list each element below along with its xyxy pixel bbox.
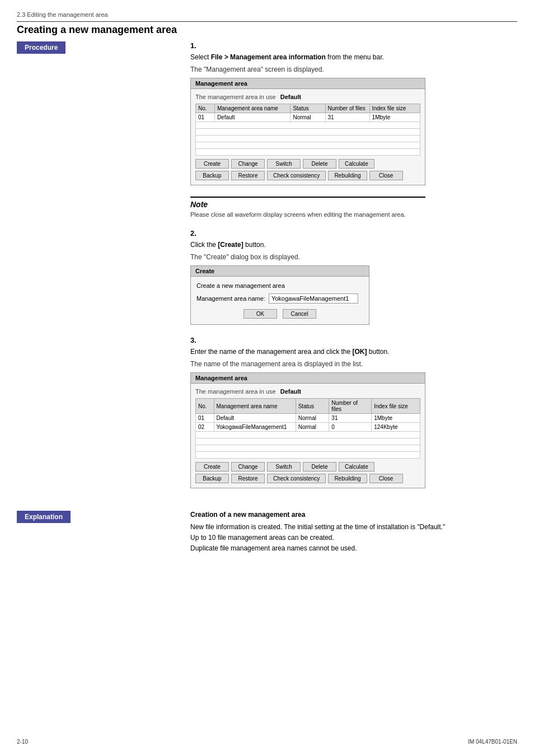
dialog-1-in-use-value: Default xyxy=(280,94,301,100)
create-dialog-buttons: OK Cancel xyxy=(196,309,363,319)
delete-button-1[interactable]: Delete xyxy=(303,159,336,169)
dialog-1-buttons-row2: Backup Restore Check consistency Rebuild… xyxy=(195,171,420,180)
explanation-para-2: Up to 10 file management areas can be cr… xyxy=(190,533,445,543)
procedure-badge: Procedure xyxy=(17,41,65,54)
calculate-button-2[interactable]: Calculate xyxy=(339,462,374,472)
switch-button-2[interactable]: Switch xyxy=(267,462,301,472)
step-2: 2. Click the [Create] button. The "Creat… xyxy=(190,229,425,325)
row1-name: Default xyxy=(214,113,291,122)
rebuilding-button-2[interactable]: Rebuilding xyxy=(328,474,367,483)
close-button-2[interactable]: Close xyxy=(369,474,403,483)
create-field-label: Management area name: xyxy=(196,295,265,302)
explanation-para-1: New file information is created. The ini… xyxy=(190,522,445,533)
create-dialog: Create Create a new management area Mana… xyxy=(190,265,369,325)
step-3-sub: The name of the management area is displ… xyxy=(190,360,425,368)
page-footer: 2-10 IM 04L47B01-01EN xyxy=(17,739,517,745)
th-name-2: Management area name xyxy=(214,399,296,414)
step-2-instruction: Click the [Create] button. xyxy=(190,240,425,250)
create-field-row: Management area name: xyxy=(196,293,363,304)
th-status-1: Status xyxy=(291,104,325,113)
row1-size: 1Mbyte xyxy=(369,113,420,122)
page-title: Creating a new management area xyxy=(17,24,517,36)
d2-row1-no: 01 xyxy=(196,414,214,423)
step-1: 1. Select File > Management area informa… xyxy=(190,41,425,185)
d2-row2-files: 0 xyxy=(329,423,372,432)
dialog-1-in-use-label: The management area in use xyxy=(195,94,276,100)
d2-row1-name: Default xyxy=(214,414,296,423)
ok-button[interactable]: OK xyxy=(243,309,277,319)
dialog-2-table: No. Management area name Status Number o… xyxy=(195,398,420,459)
create-button-1[interactable]: Create xyxy=(195,159,229,169)
explanation-title: Creation of a new management area xyxy=(190,511,445,519)
restore-button-1[interactable]: Restore xyxy=(231,171,265,180)
explanation-badge: Explanation xyxy=(17,511,71,523)
dialog-2-in-use-value: Default xyxy=(280,388,301,395)
create-button-2[interactable]: Create xyxy=(195,462,229,472)
cancel-button[interactable]: Cancel xyxy=(283,309,316,319)
d2-row2-no: 02 xyxy=(196,423,214,432)
dialog-1-buttons-row1: Create Change Switch Delete Calculate xyxy=(195,159,420,169)
management-area-dialog-2: Management area The management area in u… xyxy=(190,372,425,488)
note-box: Note Please close all waveform display s… xyxy=(190,197,425,218)
th-status-2: Status xyxy=(296,399,329,414)
note-text: Please close all waveform display screen… xyxy=(190,211,425,218)
th-size-1: Index file size xyxy=(369,104,420,113)
note-title: Note xyxy=(190,200,425,209)
explanation-para-3: Duplicate file management area names can… xyxy=(190,543,445,554)
check-consistency-button-2[interactable]: Check consistency xyxy=(267,474,326,483)
row1-files: 31 xyxy=(325,113,369,122)
dialog-2-titlebar: Management area xyxy=(191,373,425,384)
th-no-2: No. xyxy=(196,399,214,414)
dialog-2-in-use-label: The management area in use xyxy=(195,388,276,395)
delete-button-2[interactable]: Delete xyxy=(303,462,336,472)
change-button-2[interactable]: Change xyxy=(231,462,265,472)
table-row: 02 YokogawaFileManagement1 Normal 0 124K… xyxy=(196,423,420,432)
section-title: 2.3 Editing the management area xyxy=(17,11,517,18)
step-3-number: 3. xyxy=(190,336,425,344)
backup-button-1[interactable]: Backup xyxy=(195,171,229,180)
d2-row2-status: Normal xyxy=(296,423,329,432)
step-1-number: 1. xyxy=(190,41,425,50)
footer-page-number: 2-10 xyxy=(17,739,28,745)
th-files-2: Number of files xyxy=(329,399,372,414)
d2-row1-status: Normal xyxy=(296,414,329,423)
calculate-button-1[interactable]: Calculate xyxy=(339,159,374,169)
create-dialog-title: Create xyxy=(195,268,214,274)
dialog-2-info: The management area in use Default xyxy=(195,388,420,395)
d2-row2-name: YokogawaFileManagement1 xyxy=(214,423,296,432)
rebuilding-button-1[interactable]: Rebuilding xyxy=(328,171,367,180)
step-1-instruction: Select File > Management area informatio… xyxy=(190,52,425,62)
dialog-1-titlebar: Management area xyxy=(191,78,425,89)
dialog-1-body: The management area in use Default No. M… xyxy=(191,89,425,185)
create-subtitle: Create a new management area xyxy=(196,282,363,289)
d2-row1-files: 31 xyxy=(329,414,372,423)
footer-doc-id: IM 04L47B01-01EN xyxy=(468,739,517,745)
row1-status: Normal xyxy=(291,113,325,122)
explanation-section: Explanation Creation of a new management… xyxy=(17,511,517,554)
th-no-1: No. xyxy=(196,104,215,113)
step-2-sub: The "Create" dialog box is displayed. xyxy=(190,253,425,261)
backup-button-2[interactable]: Backup xyxy=(195,474,229,483)
management-area-dialog-1: Management area The management area in u… xyxy=(190,78,425,185)
th-files-1: Number of files xyxy=(325,104,369,113)
restore-button-2[interactable]: Restore xyxy=(231,474,265,483)
step-1-sub: The "Management area" screen is displaye… xyxy=(190,66,425,73)
dialog-2-buttons-row1: Create Change Switch Delete Calculate xyxy=(195,462,420,472)
create-dialog-body: Create a new management area Management … xyxy=(191,277,369,324)
step-3: 3. Enter the name of the management area… xyxy=(190,336,425,488)
th-size-2: Index file size xyxy=(372,399,420,414)
change-button-1[interactable]: Change xyxy=(231,159,265,169)
dialog-2-body: The management area in use Default No. M… xyxy=(191,384,425,488)
dialog-1-table: No. Management area name Status Number o… xyxy=(195,104,420,156)
close-button-1[interactable]: Close xyxy=(369,171,403,180)
dialog-1-info: The management area in use Default xyxy=(195,94,420,100)
check-consistency-button-1[interactable]: Check consistency xyxy=(267,171,326,180)
create-dialog-titlebar: Create xyxy=(191,266,369,277)
row1-no: 01 xyxy=(196,113,215,122)
step-3-instruction: Enter the name of the management area an… xyxy=(190,347,425,357)
management-area-name-input[interactable] xyxy=(269,293,358,304)
step-2-number: 2. xyxy=(190,229,425,237)
th-name-1: Management area name xyxy=(214,104,291,113)
switch-button-1[interactable]: Switch xyxy=(267,159,301,169)
d2-row1-size: 1Mbyte xyxy=(372,414,420,423)
